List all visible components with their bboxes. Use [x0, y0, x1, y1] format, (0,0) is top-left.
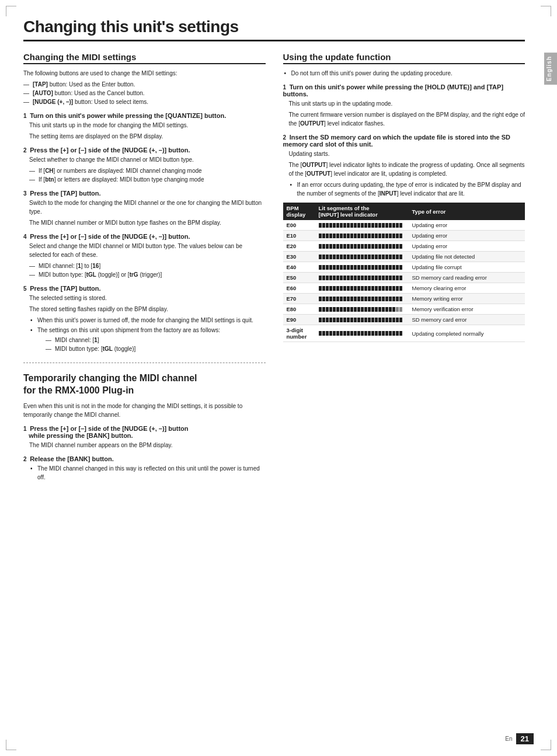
midi-bullet-nudge: [NUDGE (+, –)] button: Used to select it…: [23, 97, 266, 106]
midi-step5-heading: 5 Press the [TAP] button.: [23, 285, 266, 292]
bpm-cell: E90: [283, 315, 315, 325]
indicator-cell: [315, 294, 409, 304]
table-row: E20Updating error: [283, 241, 525, 252]
table-row: E30Updating file not detected: [283, 252, 525, 262]
bpm-cell: E50: [283, 273, 315, 283]
table-row: E00Updating error: [283, 220, 525, 231]
type-cell: Memory writing error: [409, 294, 525, 304]
corner-mark-tr: [541, 6, 551, 16]
table-header-type: Type of error: [409, 203, 525, 220]
midi-section-title: Changing the MIDI settings: [23, 52, 266, 64]
type-cell: Updating error: [409, 231, 525, 241]
type-cell: Updating error: [409, 220, 525, 231]
indicator-cell: [315, 241, 409, 252]
table-row: E80Memory verification error: [283, 304, 525, 315]
bpm-cell: E00: [283, 220, 315, 231]
bpm-cell: E80: [283, 304, 315, 315]
temp-step2-heading: 2 Release the [BANK] button.: [23, 455, 266, 462]
midi-bullet-tap: [TAP] button: Used as the Enter button.: [23, 80, 266, 89]
indicator-cell: [315, 220, 409, 231]
type-cell: Updating error: [409, 241, 525, 252]
midi-step3-body: Switch to the mode for changing the MIDI…: [23, 198, 266, 227]
update-step2-body: Updating starts. The [OUTPUT] level indi…: [283, 149, 525, 198]
temp-step1-body: The MIDI channel number appears on the B…: [23, 441, 266, 450]
main-content: Changing this unit's settings Changing t…: [0, 0, 557, 500]
type-cell: Memory verification error: [409, 304, 525, 315]
bpm-cell: E20: [283, 241, 315, 252]
update-intro-bullet: Do not turn off this unit's power during…: [283, 69, 525, 78]
corner-mark-tl: [6, 6, 16, 16]
type-cell: Updating file not detected: [409, 252, 525, 262]
midi-step2-heading: 2 Press the [+] or [–] side of the [NUDG…: [23, 147, 266, 154]
type-cell: Updating completed normally: [409, 325, 525, 342]
indicator-cell: [315, 262, 409, 273]
two-column-layout: Changing the MIDI settings The following…: [23, 52, 525, 483]
indicator-cell: [315, 283, 409, 294]
midi-intro: The following buttons are used to change…: [23, 69, 266, 78]
indicator-cell: [315, 315, 409, 325]
page-number: 21: [516, 733, 534, 744]
update-section-title: Using the update function: [283, 52, 525, 64]
update-step1-heading: 1 Turn on this unit's power while pressi…: [283, 83, 525, 97]
bpm-cell: E70: [283, 294, 315, 304]
right-column: Using the update function Do not turn of…: [283, 52, 525, 483]
midi-step1-body: This unit starts up in the mode for chan…: [23, 121, 266, 141]
table-row: 3-digit numberUpdating completed normall…: [283, 325, 525, 342]
midi-bullet-auto: [AUTO] button: Used as the Cancel button…: [23, 89, 266, 97]
table-header-bpm: BPMdisplay: [283, 203, 315, 220]
indicator-cell: [315, 325, 409, 342]
type-cell: Memory clearing error: [409, 283, 525, 294]
temp-intro: Even when this unit is not in the mode f…: [23, 402, 266, 419]
side-tab-english: English: [544, 53, 557, 85]
page-title: Changing this unit's settings: [23, 18, 525, 41]
table-row: E10Updating error: [283, 231, 525, 241]
indicator-cell: [315, 231, 409, 241]
update-step1-body: This unit starts up in the updating mode…: [283, 99, 525, 128]
table-row: E50SD memory card reading error: [283, 273, 525, 283]
dashed-separator: [23, 363, 266, 363]
corner-mark-bl: [6, 740, 16, 750]
midi-step3-heading: 3 Press the [TAP] button.: [23, 190, 266, 197]
bpm-cell: E30: [283, 252, 315, 262]
temp-section-title: Temporarily changing the MIDI channelfor…: [23, 372, 266, 397]
table-row: E40Updating file corrupt: [283, 262, 525, 273]
error-table: BPMdisplay Lit segments of the[INPUT] le…: [283, 203, 525, 342]
table-row: E90SD memory card error: [283, 315, 525, 325]
table-header-indicator: Lit segments of the[INPUT] level indicat…: [315, 203, 409, 220]
corner-mark-br: [541, 740, 551, 750]
table-row: E60Memory clearing error: [283, 283, 525, 294]
type-cell: SD memory card reading error: [409, 273, 525, 283]
bpm-cell: 3-digit number: [283, 325, 315, 342]
temp-step1-heading: 1 Press the [+] or [–] side of the [NUDG…: [23, 425, 266, 439]
bpm-cell: E10: [283, 231, 315, 241]
midi-step5-body: The selected setting is stored. The stor…: [23, 294, 266, 353]
en-label: En: [505, 736, 512, 742]
indicator-cell: [315, 304, 409, 315]
bpm-cell: E60: [283, 283, 315, 294]
midi-step2-body: Select whether to change the MIDI channe…: [23, 155, 266, 184]
update-step2-heading: 2 Insert the SD memory card on which the…: [283, 134, 525, 148]
midi-step1-heading: 1 Turn on this unit's power while pressi…: [23, 112, 266, 119]
midi-step4-heading: 4 Press the [+] or [–] side of the [NUDG…: [23, 233, 266, 240]
indicator-cell: [315, 252, 409, 262]
type-cell: Updating file corrupt: [409, 262, 525, 273]
type-cell: SD memory card error: [409, 315, 525, 325]
midi-step4-body: Select and change the MIDI channel or MI…: [23, 242, 266, 279]
page-number-area: En 21: [505, 733, 534, 744]
temp-step2-body: The MIDI channel changed in this way is …: [23, 464, 266, 482]
left-column: Changing the MIDI settings The following…: [23, 52, 266, 483]
table-row: E70Memory writing error: [283, 294, 525, 304]
bpm-cell: E40: [283, 262, 315, 273]
indicator-cell: [315, 273, 409, 283]
